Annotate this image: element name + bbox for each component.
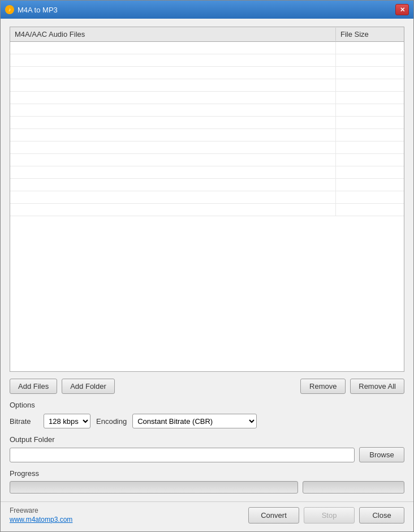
options-label: Options xyxy=(10,401,404,409)
table-row xyxy=(10,54,404,67)
file-buttons-row: Add Files Add Folder Remove Remove All xyxy=(10,379,404,394)
encoding-dropdown[interactable]: Constant Bitrate (CBR) Variable Bitrate … xyxy=(132,414,257,428)
title-bar: ♪ M4A to MP3 ✕ xyxy=(1,1,413,19)
table-row xyxy=(10,166,404,179)
bottom-bar: Freeware www.m4atomp3.com Convert Stop C… xyxy=(1,501,413,531)
main-window: ♪ M4A to MP3 ✕ M4A/AAC Audio Files File … xyxy=(0,0,414,532)
file-list-header: M4A/AAC Audio Files File Size xyxy=(10,27,404,42)
table-row xyxy=(10,191,404,204)
table-row xyxy=(10,179,404,191)
file-list[interactable]: M4A/AAC Audio Files File Size xyxy=(10,27,404,372)
table-row xyxy=(10,79,404,92)
table-row xyxy=(10,104,404,117)
table-row xyxy=(10,129,404,141)
add-folder-button[interactable]: Add Folder xyxy=(62,379,115,394)
close-button[interactable]: Close xyxy=(359,507,404,524)
stop-button: Stop xyxy=(304,507,355,524)
bitrate-dropdown[interactable]: 64 kbps 96 kbps 128 kbps 192 kbps 256 kb… xyxy=(44,414,90,428)
progress-bar-main xyxy=(10,481,298,494)
freeware-info: Freeware www.m4atomp3.com xyxy=(10,507,244,524)
browse-button[interactable]: Browse xyxy=(359,447,404,462)
options-row: Bitrate 64 kbps 96 kbps 128 kbps 192 kbp… xyxy=(10,414,404,428)
table-row xyxy=(10,67,404,79)
freeware-link[interactable]: www.m4atomp3.com xyxy=(10,516,244,524)
convert-button[interactable]: Convert xyxy=(248,507,299,524)
bottom-buttons: Convert Stop Close xyxy=(248,507,404,524)
output-folder-input[interactable] xyxy=(10,448,355,462)
remove-all-button[interactable]: Remove All xyxy=(350,379,404,394)
progress-bar-secondary xyxy=(303,481,404,494)
table-row xyxy=(10,141,404,154)
output-row: Browse xyxy=(10,447,404,462)
table-row xyxy=(10,154,404,166)
output-folder-label: Output Folder xyxy=(10,435,404,444)
main-content: M4A/AAC Audio Files File Size xyxy=(1,19,413,501)
table-row xyxy=(10,42,404,54)
progress-row xyxy=(10,481,404,494)
encoding-label: Encoding xyxy=(96,417,127,426)
output-section: Output Folder Browse xyxy=(10,435,404,462)
window-title: M4A to MP3 xyxy=(18,6,58,14)
freeware-text: Freeware xyxy=(10,507,244,514)
remove-button[interactable]: Remove xyxy=(300,379,346,394)
bitrate-label: Bitrate xyxy=(10,417,38,426)
options-section: Options Bitrate 64 kbps 96 kbps 128 kbps… xyxy=(10,401,404,428)
col-files-header: M4A/AAC Audio Files xyxy=(10,28,336,41)
add-files-button[interactable]: Add Files xyxy=(10,379,57,394)
progress-label: Progress xyxy=(10,469,404,478)
progress-section: Progress xyxy=(10,469,404,494)
table-row xyxy=(10,204,404,216)
table-row xyxy=(10,117,404,129)
file-list-rows xyxy=(10,42,404,216)
table-row xyxy=(10,92,404,104)
window-close-button[interactable]: ✕ xyxy=(395,4,409,15)
col-size-header: File Size xyxy=(336,28,404,41)
app-icon: ♪ xyxy=(5,5,14,14)
